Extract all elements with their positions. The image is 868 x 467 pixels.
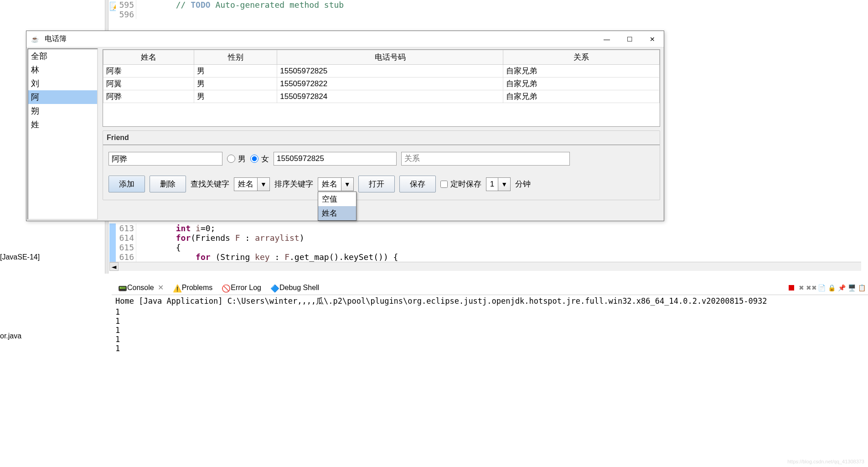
save-button[interactable]: 保存	[399, 176, 436, 192]
search-label: 查找关键字	[191, 179, 229, 189]
phonebook-dialog: ☕ 电话簿 — ☐ ✕ 全部 林 刘 阿 朔 姓 姓名 性别	[26, 31, 664, 221]
phone-input[interactable]	[274, 152, 397, 166]
tree-item-jre[interactable]: [JavaSE-14]	[0, 253, 40, 261]
dropdown-item-name[interactable]: 姓名	[318, 206, 356, 220]
friend-panel: Friend 男 女 添加 删除 查找关键字 姓名 ▼ 排序关键字	[103, 130, 660, 200]
launch-config-text: Home [Java Application] C:\Users\winter,…	[112, 295, 868, 307]
sidebar-item[interactable]: 朔	[28, 104, 97, 118]
terminate-icon[interactable]	[787, 283, 796, 292]
titlebar[interactable]: ☕ 电话簿 — ☐ ✕	[26, 31, 664, 47]
col-name[interactable]: 姓名	[103, 50, 194, 65]
code-editor[interactable]: 📝595 // TODO Auto-generated method stub …	[109, 0, 868, 19]
console-output-line: 1	[112, 307, 868, 317]
tab-console[interactable]: 📟Console✕	[114, 281, 168, 294]
chevron-down-icon[interactable]: ▼	[498, 178, 510, 191]
close-icon[interactable]: ✕	[158, 283, 164, 292]
close-button[interactable]: ✕	[641, 31, 664, 47]
minutes-label: 分钟	[515, 179, 531, 189]
search-combo[interactable]: 姓名 ▼	[234, 177, 270, 191]
maximize-button[interactable]: ☐	[618, 31, 641, 47]
friend-panel-title: Friend	[103, 131, 660, 145]
name-input[interactable]	[108, 152, 222, 166]
open-console-icon[interactable]: 📋	[857, 283, 866, 292]
col-gender[interactable]: 性别	[194, 50, 277, 65]
sort-combo[interactable]: 姓名 ▼ 空值 姓名	[318, 177, 354, 191]
file-tab[interactable]: or.java	[0, 332, 21, 340]
console-output-line: 1	[112, 344, 868, 353]
console-output-line: 1	[112, 317, 868, 326]
dropdown-item-empty[interactable]: 空值	[318, 192, 356, 206]
console-panel: 📟Console✕ ⚠️Problems 🚫Error Log 🔷Debug S…	[112, 280, 868, 353]
sort-dropdown: 空值 姓名	[318, 192, 356, 221]
relation-input[interactable]	[401, 152, 570, 166]
tab-debug-shell[interactable]: 🔷Debug Shell	[266, 282, 324, 294]
window-title: 电话簿	[43, 34, 595, 44]
col-relation[interactable]: 关系	[503, 50, 659, 65]
table-row[interactable]: 阿泰 男 15505972825 自家兄弟	[103, 65, 660, 78]
chevron-down-icon[interactable]: ▼	[257, 178, 269, 191]
pin-console-icon[interactable]: 📌	[837, 283, 846, 292]
line-number: 613	[116, 223, 136, 233]
sidebar-item[interactable]: 阿	[28, 90, 97, 104]
tab-error-log[interactable]: 🚫Error Log	[217, 282, 266, 294]
console-icon: 📟	[118, 284, 125, 291]
scroll-lock-icon[interactable]: 🔒	[827, 283, 836, 292]
display-selected-icon[interactable]: 🖥️	[847, 283, 856, 292]
table-row[interactable]: 阿翼 男 15505972822 自家兄弟	[103, 78, 660, 90]
watermark: https://blog.csdn.net/qq_41308373	[787, 459, 864, 464]
problems-icon: ⚠️	[173, 284, 180, 291]
delete-button[interactable]: 删除	[150, 176, 186, 192]
line-number: 616	[116, 252, 136, 262]
sidebar-item-all[interactable]: 全部	[28, 49, 97, 63]
auto-save-checkbox[interactable]	[440, 181, 448, 188]
console-output-line: 1	[112, 335, 868, 344]
app-icon: ☕	[30, 35, 39, 44]
line-number: 595	[116, 0, 136, 10]
code-editor-lower[interactable]: 613 int i=0; 614 for(Friends F : arrayli…	[109, 223, 861, 271]
horizontal-scrollbar[interactable]: ◄	[109, 262, 861, 271]
open-button[interactable]: 打开	[358, 176, 395, 192]
minimize-button[interactable]: —	[595, 31, 618, 47]
sidebar-item[interactable]: 林	[28, 63, 97, 77]
add-button[interactable]: 添加	[108, 176, 145, 192]
auto-save-label: 定时保存	[450, 179, 481, 189]
gender-male-radio[interactable]	[227, 155, 235, 163]
sidebar-item[interactable]: 姓	[28, 118, 97, 131]
col-phone[interactable]: 电话号码	[277, 50, 503, 65]
console-output-line: 1	[112, 326, 868, 335]
debug-shell-icon: 🔷	[270, 284, 278, 291]
chevron-down-icon[interactable]: ▼	[341, 178, 353, 191]
remove-all-icon[interactable]: ✖✖	[807, 283, 816, 292]
contacts-table[interactable]: 姓名 性别 电话号码 关系 阿泰 男 15505972825 自家兄弟	[103, 50, 660, 103]
category-list[interactable]: 全部 林 刘 阿 朔 姓	[27, 48, 98, 220]
line-number: 614	[116, 233, 136, 243]
table-row[interactable]: 阿骅 男 15505972824 自家兄弟	[103, 90, 660, 103]
line-number: 596	[116, 10, 136, 19]
gender-female-radio[interactable]	[250, 155, 258, 163]
scroll-left-button[interactable]: ◄	[109, 262, 119, 271]
line-number: 615	[116, 243, 136, 252]
clear-console-icon[interactable]: 📄	[817, 283, 826, 292]
sidebar-item[interactable]: 刘	[28, 77, 97, 90]
tab-problems[interactable]: ⚠️Problems	[168, 282, 217, 294]
remove-launch-icon[interactable]: ✖	[797, 283, 806, 292]
error-log-icon: 🚫	[222, 284, 229, 291]
sort-label: 排序关键字	[274, 179, 313, 189]
minutes-combo[interactable]: 1 ▼	[486, 177, 511, 191]
